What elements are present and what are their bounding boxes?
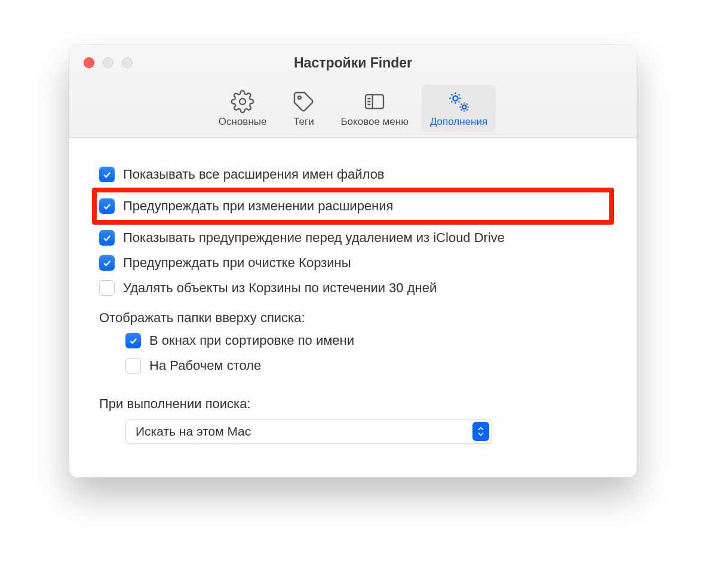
checkbox-label: Показывать предупреждение перед удаление…	[123, 230, 505, 246]
checkbox-warn-empty-trash[interactable]	[99, 255, 115, 271]
checkbox-label: В окнах при сортировке по имени	[149, 333, 354, 348]
checkbox-label: На Рабочем столе	[149, 358, 261, 373]
toolbar-tabs: Основные Теги	[69, 85, 637, 131]
row-folders-on-desktop: На Рабочем столе	[99, 353, 607, 378]
svg-point-0	[240, 99, 245, 105]
content-panel: Показывать все расширения имен файлов Пр…	[69, 138, 637, 477]
svg-point-7	[453, 96, 458, 100]
checkbox-label: Показывать все расширения имен файлов	[123, 167, 385, 182]
checkbox-remove-30-days[interactable]	[99, 280, 115, 296]
svg-point-1	[298, 96, 301, 99]
gear-icon	[231, 88, 254, 115]
checkbox-warn-extension-change[interactable]	[99, 198, 115, 214]
window-title: Настройки Finder	[69, 55, 637, 71]
checkbox-folders-on-desktop[interactable]	[125, 358, 141, 373]
checkbox-warn-icloud-remove[interactable]	[99, 230, 115, 246]
row-folders-in-windows: В окнах при сортировке по имени	[99, 328, 607, 353]
svg-point-8	[462, 105, 466, 109]
titlebar: Настройки Finder Основные	[69, 45, 637, 138]
checkbox-label: Предупреждать при очистке Корзины	[123, 255, 351, 271]
tab-label: Боковое меню	[340, 116, 408, 128]
select-arrows-icon	[472, 422, 489, 441]
select-value: Искать на этом Mac	[136, 424, 251, 439]
folders-section-label: Отображать папки вверху списка:	[99, 301, 607, 328]
gears-icon	[446, 88, 472, 115]
row-warn-empty-trash: Предупреждать при очистке Корзины	[99, 250, 607, 275]
search-scope-select[interactable]: Искать на этом Mac	[125, 419, 492, 444]
tab-advanced[interactable]: Дополнения	[422, 85, 496, 131]
highlight-box: Предупреждать при изменении расширения	[92, 188, 614, 225]
tab-general[interactable]: Основные	[210, 85, 275, 131]
tab-label: Дополнения	[430, 116, 487, 128]
checkbox-show-extensions[interactable]	[99, 167, 115, 182]
checkbox-label: Предупреждать при изменении расширения	[123, 198, 393, 214]
row-warn-icloud-remove: Показывать предупреждение перед удаление…	[99, 225, 607, 250]
finder-preferences-window: Настройки Finder Основные	[69, 45, 637, 477]
sidebar-icon	[363, 88, 386, 115]
row-remove-30-days: Удалять объекты из Корзины по истечении …	[99, 275, 607, 301]
row-warn-extension-change: Предупреждать при изменении расширения	[99, 194, 607, 219]
tag-icon	[291, 88, 315, 115]
tab-tags[interactable]: Теги	[280, 85, 327, 131]
row-show-extensions: Показывать все расширения имен файлов	[99, 162, 607, 187]
checkbox-label: Удалять объекты из Корзины по истечении …	[123, 280, 437, 296]
search-section-label: При выполнении поиска:	[99, 378, 607, 419]
tab-label: Теги	[293, 116, 314, 128]
tab-label: Основные	[219, 116, 267, 128]
tab-sidebar[interactable]: Боковое меню	[332, 85, 416, 131]
checkbox-folders-in-windows[interactable]	[125, 333, 141, 348]
